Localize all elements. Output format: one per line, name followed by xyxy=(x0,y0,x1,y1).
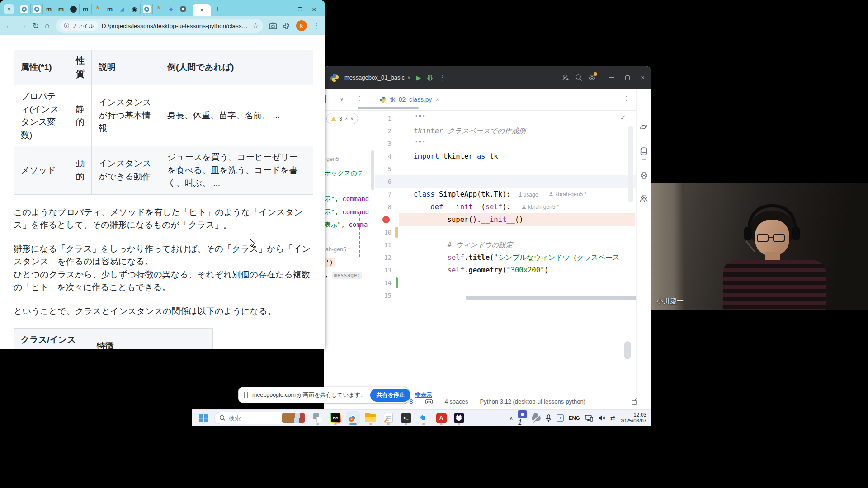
back-icon[interactable]: ← xyxy=(5,21,13,30)
ai-assistant-icon[interactable] xyxy=(640,123,648,131)
taskbar-desktops-button[interactable] xyxy=(311,411,325,425)
more-actions-kebab-icon[interactable]: ⋮ xyxy=(439,73,446,82)
tab-search-button[interactable]: ∨ xyxy=(4,4,14,14)
interpreter-widget[interactable]: Python 3.12 (desktop-ui-lessons-python) xyxy=(480,398,585,405)
code-with-me-icon[interactable] xyxy=(640,196,648,202)
pinned-tab-asterisk-icon[interactable]: * xyxy=(91,4,104,14)
pinned-tab-m-icon[interactable]: m xyxy=(55,4,67,14)
window-close-button[interactable]: × xyxy=(312,6,316,13)
pinned-tab-asterisk-icon[interactable]: * xyxy=(152,4,165,14)
teams-tray-icon[interactable]: 1 xyxy=(518,410,527,427)
screen-capture-tray-icon[interactable] xyxy=(557,414,564,422)
microphone-tray-icon[interactable] xyxy=(546,414,552,422)
settings-gear-icon[interactable] xyxy=(588,74,596,81)
pinned-tab-chrome-icon[interactable] xyxy=(177,4,189,14)
pinned-tab-site-icon[interactable] xyxy=(30,4,42,14)
pinned-tab-triangle-icon[interactable]: ◢ xyxy=(116,4,128,14)
search-everywhere-icon[interactable] xyxy=(575,74,583,81)
pinned-tab-site-icon[interactable] xyxy=(140,4,152,14)
taskbar-notepad-button[interactable] xyxy=(382,411,395,425)
taskbar-github-button[interactable] xyxy=(452,411,466,425)
window-maximize-button[interactable] xyxy=(625,75,630,80)
browser-window: ∨ m m m * m ◢ ◉ * ◆ × + × ← → ↻ ⌂ xyxy=(0,0,325,349)
indent-widget[interactable]: 4 spaces xyxy=(445,398,468,405)
onedrive-paused-icon[interactable] xyxy=(532,415,541,421)
editor-horizontal-scrollbar[interactable] xyxy=(466,296,636,300)
file-protocol-chip[interactable]: ⓘ ファイル xyxy=(60,21,98,31)
pinned-tab-m-icon[interactable]: m xyxy=(104,4,116,14)
pinned-tab-record-icon[interactable]: ◉ xyxy=(128,4,140,14)
inspection-ok-check-icon[interactable]: ✓ xyxy=(620,113,626,122)
taskbar-terminal-button[interactable]: >_ xyxy=(399,411,413,425)
attributes-table: 属性(*1) 性質 説明 例(人間であれば) プロパティ(インスタンス変数) 静… xyxy=(14,50,313,195)
display-tray-icon[interactable] xyxy=(585,415,593,422)
copilot-icon[interactable] xyxy=(425,399,433,404)
error-stripe-mark[interactable] xyxy=(642,195,646,196)
readonly-lock-icon[interactable] xyxy=(632,398,637,405)
breakpoint-icon[interactable] xyxy=(382,216,390,223)
table-header: 性質 xyxy=(69,50,92,85)
bookmark-star-icon[interactable]: ☆ xyxy=(253,22,259,30)
close-tab-icon[interactable]: × xyxy=(436,96,439,103)
window-minimize-button[interactable] xyxy=(609,77,614,78)
forward-icon[interactable]: → xyxy=(19,21,27,30)
language-indicator[interactable]: ENG xyxy=(569,415,580,421)
code-editor[interactable]: 12 34 56 78 10 1112 1314 15 """ tkinter … xyxy=(375,111,636,302)
editor-vertical-scrollbar[interactable] xyxy=(628,126,633,202)
hidden-tabs-chevron-icon[interactable]: ∨ xyxy=(340,96,344,102)
hide-bar-link[interactable]: 非表示 xyxy=(415,391,432,399)
pinned-tab-sparkle-icon[interactable]: ◆ xyxy=(165,4,177,14)
inspections-widget[interactable]: 3 ∧ ∨ xyxy=(326,113,358,124)
taskbar-chrome-button[interactable]: k xyxy=(346,411,360,425)
author-inlay-hint: kbrah-gen5 * xyxy=(522,201,559,213)
stop-sharing-button[interactable]: 共有を停止 xyxy=(370,389,410,402)
volume-tray-icon[interactable] xyxy=(598,415,605,421)
run-button[interactable]: ▶ xyxy=(416,74,421,81)
close-tab-icon[interactable]: × xyxy=(200,7,203,14)
lower-pane-scrollbar[interactable] xyxy=(624,341,631,359)
pinned-tab-site-icon[interactable] xyxy=(18,4,30,14)
browser-menu-kebab-icon[interactable]: ⋮ xyxy=(313,22,320,30)
chrome-profile-badge: k xyxy=(349,417,354,422)
update-sync-tray-icon[interactable]: ⇄ xyxy=(610,414,616,422)
new-tab-button[interactable]: + xyxy=(212,3,223,15)
pinned-tab-m-icon[interactable]: m xyxy=(42,4,55,14)
taskbar-clock[interactable]: 12:03 2025/06/07 xyxy=(620,412,646,424)
debug-button[interactable] xyxy=(426,74,434,81)
tray-overflow-chevron-icon[interactable]: ∧ xyxy=(509,415,513,421)
search-highlight-thumbnail[interactable] xyxy=(282,413,305,423)
address-bar[interactable]: ⓘ ファイル D:/projects/lessons/desktop-ui-le… xyxy=(56,19,263,33)
start-button[interactable] xyxy=(197,411,210,425)
search-input[interactable] xyxy=(229,415,279,422)
pinned-tabs: m m m * m ◢ ◉ * ◆ xyxy=(18,2,189,16)
taskbar-acrobat-button[interactable]: A xyxy=(434,411,448,425)
profile-avatar[interactable]: k xyxy=(296,20,307,31)
tab-options-kebab-icon[interactable]: ⋮ xyxy=(356,95,363,102)
run-configuration-selector[interactable]: messagebox_01_basic ∨ xyxy=(344,74,410,81)
active-tab[interactable]: × xyxy=(193,4,211,16)
camera-icon[interactable] xyxy=(269,22,277,29)
tab-scrollbar[interactable] xyxy=(358,107,419,109)
reload-icon[interactable]: ↻ xyxy=(33,21,39,31)
taskbar-search[interactable] xyxy=(214,412,307,424)
pinned-tab-github-icon[interactable] xyxy=(67,4,79,14)
window-minimize-button[interactable] xyxy=(283,9,288,9)
taskbar-explorer-button[interactable] xyxy=(364,411,377,425)
next-warning-chevron-icon[interactable]: ∨ xyxy=(351,117,354,121)
url-text[interactable]: D:/projects/lessons/desktop-ui-lessons-p… xyxy=(102,23,249,29)
window-close-button[interactable]: × xyxy=(641,74,645,81)
home-icon[interactable]: ⌂ xyxy=(45,21,49,30)
prev-warning-chevron-icon[interactable]: ∧ xyxy=(345,117,348,121)
left-split-scrollbar[interactable] xyxy=(371,150,374,190)
plugins-icon[interactable] xyxy=(640,172,648,179)
pinned-tab-m-icon[interactable]: m xyxy=(79,4,91,14)
settings-notification-dot xyxy=(594,72,597,76)
add-user-icon[interactable] xyxy=(561,74,570,81)
window-maximize-button[interactable] xyxy=(298,7,302,11)
database-icon[interactable] xyxy=(640,147,647,155)
extensions-puzzle-icon[interactable] xyxy=(283,22,290,29)
taskbar-drive-button[interactable] xyxy=(417,411,430,425)
editor-options-kebab-icon[interactable]: ⋮ xyxy=(623,95,630,102)
taskbar-pycharm-button[interactable]: PC xyxy=(329,411,342,425)
error-stripe-mark[interactable] xyxy=(642,159,646,160)
